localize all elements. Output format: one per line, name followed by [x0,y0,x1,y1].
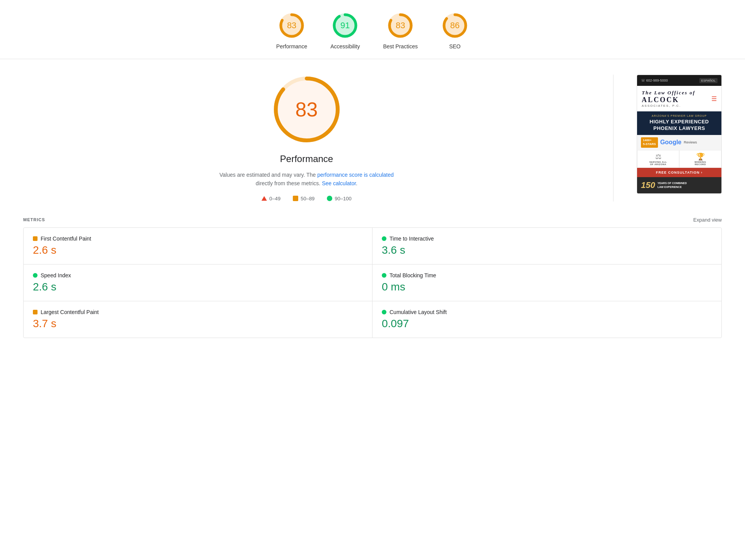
main-score-value: 83 [296,98,318,121]
metric-name-1: Time to Interactive [390,236,434,242]
pass-range: 90–100 [335,196,351,201]
metric-value-5: 0.097 [382,318,712,330]
mock-google-logo: Google [660,139,682,146]
metric-card-2: Speed Index 2.6 s [24,265,372,301]
average-range: 50–89 [301,196,314,201]
metric-name-0: First Contentful Paint [41,236,91,242]
mock-scales-icon: ⚖ [640,152,677,161]
vertical-divider [613,75,613,201]
metrics-grid: First Contentful Paint 2.6 s Time to Int… [23,227,722,338]
mock-years-number: 150 [641,180,655,190]
score-label-accessibility: Accessibility [330,43,360,50]
mock-stats: ⚖ SERVING ALLOF ARIZONA 🏆 WINNINGRECORD [637,150,721,168]
metric-value-1: 3.6 s [382,244,712,256]
desc-text1: Values are estimated and may vary. The [219,172,316,178]
calc-link1[interactable]: performance score is calculated [317,172,394,178]
mock-stat-serving: ⚖ SERVING ALLOF ARIZONA [637,150,679,168]
expand-view-button[interactable]: Expand view [693,217,722,223]
score-circle-best-practices: 83 [386,12,414,39]
mock-hero: ARIZONA'S PREMIER LAW GROUP HIGHLY EXPER… [637,111,721,135]
mock-header: ☏ 602-989-5000 ESPAÑOL [637,75,721,86]
legend-pass: 90–100 [327,196,351,201]
metric-value-3: 0 ms [382,281,712,293]
mock-phone: ☏ 602-989-5000 [641,79,668,82]
fail-icon [261,196,267,201]
metric-header-4: Largest Contentful Paint [33,309,363,315]
metrics-title: METRICS [23,217,45,222]
main-score-label: Performance [280,154,333,164]
pass-icon [327,196,332,201]
mock-logo-line3: ASSOCIATES, P.C. [642,104,695,108]
metric-card-5: Cumulative Layout Shift 0.097 [372,301,721,338]
score-item-accessibility[interactable]: 91 Accessibility [330,12,360,50]
metric-card-4: Largest Contentful Paint 3.7 s [24,301,372,338]
left-panel: 83 Performance Values are estimated and … [23,75,590,201]
main-content: 83 Performance Values are estimated and … [0,59,745,217]
metrics-section: METRICS Expand view First Contentful Pai… [0,217,745,353]
metrics-header: METRICS Expand view [23,217,722,223]
mock-trophy-icon: 🏆 [682,152,719,161]
score-label-best-practices: Best Practices [383,43,417,50]
average-icon [293,196,298,201]
metric-header-1: Time to Interactive [382,236,712,242]
mock-hero-title: HIGHLY EXPERIENCEDPHOENIX LAWYERS [642,119,717,132]
score-circle-performance: 83 [278,12,306,39]
mock-stat-label1: SERVING ALLOF ARIZONA [640,161,677,166]
mock-stat-label2: WINNINGRECORD [682,161,719,166]
desc-text3: . [356,180,357,186]
metric-card-3: Total Blocking Time 0 ms [372,265,721,301]
metric-header-0: First Contentful Paint [33,236,363,242]
mock-logo-line1: The Law Offices of [642,90,695,96]
mock-logo-area: The Law Offices of ALCOCK ASSOCIATES, P.… [637,86,721,111]
metric-header-2: Speed Index [33,272,363,278]
desc-text2: directly from these metrics. [256,180,320,186]
mock-menu-icon: ☰ [711,95,717,102]
metric-name-2: Speed Index [41,272,71,278]
metric-dot-5 [382,310,386,314]
metric-dot-0 [33,236,38,241]
calc-link2[interactable]: See calculator [322,180,356,186]
mock-years-section: 150 YEARS OF COMBINEDLAW EXPERIENCE [637,177,721,193]
metric-header-5: Cumulative Layout Shift [382,309,712,315]
scores-section: 83 Performance 91 Accessibility 83 Best … [0,0,745,59]
mock-years-text: YEARS OF COMBINEDLAW EXPERIENCE [658,181,687,189]
metric-value-4: 3.7 s [33,318,363,330]
mock-reviews: Reviews [684,140,697,144]
metric-dot-3 [382,273,386,278]
metric-name-4: Largest Contentful Paint [41,309,99,315]
score-number-seo: 86 [450,20,460,31]
metric-card-0: First Contentful Paint 2.6 s [24,228,372,265]
score-circle-seo: 86 [441,12,469,39]
metric-dot-4 [33,310,38,314]
score-legend: 0–49 50–89 90–100 [261,196,351,201]
performance-description: Values are estimated and may vary. The p… [218,171,396,188]
mock-logo-line2: ALCOCK [642,96,695,104]
metric-name-5: Cumulative Layout Shift [390,309,447,315]
metric-dot-2 [33,273,38,278]
score-number-best-practices: 83 [396,20,405,31]
mock-spanish: ESPAÑOL [699,78,718,83]
metric-value-0: 2.6 s [33,244,363,256]
mock-cta-button[interactable]: FREE CONSULTATION › [637,168,721,177]
mock-hero-subtitle: ARIZONA'S PREMIER LAW GROUP [642,114,717,117]
metric-card-1: Time to Interactive 3.6 s [372,228,721,265]
score-number-accessibility: 91 [340,20,350,31]
metric-value-2: 2.6 s [33,281,363,293]
legend-average: 50–89 [293,196,314,201]
score-label-seo: SEO [449,43,461,50]
mock-logo: The Law Offices of ALCOCK ASSOCIATES, P.… [642,90,695,108]
score-item-performance[interactable]: 83 Performance [276,12,307,50]
metric-header-3: Total Blocking Time [382,272,712,278]
metric-dot-1 [382,236,386,241]
screenshot-panel: ☏ 602-989-5000 ESPAÑOL The Law Offices o… [637,75,722,194]
metric-name-3: Total Blocking Time [390,272,436,278]
mock-badge-stars: 1400+5-STARS [641,137,658,148]
website-screenshot: ☏ 602-989-5000 ESPAÑOL The Law Offices o… [637,75,722,194]
score-item-best-practices[interactable]: 83 Best Practices [383,12,417,50]
score-item-seo[interactable]: 86 SEO [441,12,469,50]
mock-stat-winning: 🏆 WINNINGRECORD [679,150,721,168]
mock-badges: 1400+5-STARS Google Reviews [637,135,721,150]
score-label-performance: Performance [276,43,307,50]
legend-fail: 0–49 [261,196,280,201]
score-number-performance: 83 [287,20,296,31]
